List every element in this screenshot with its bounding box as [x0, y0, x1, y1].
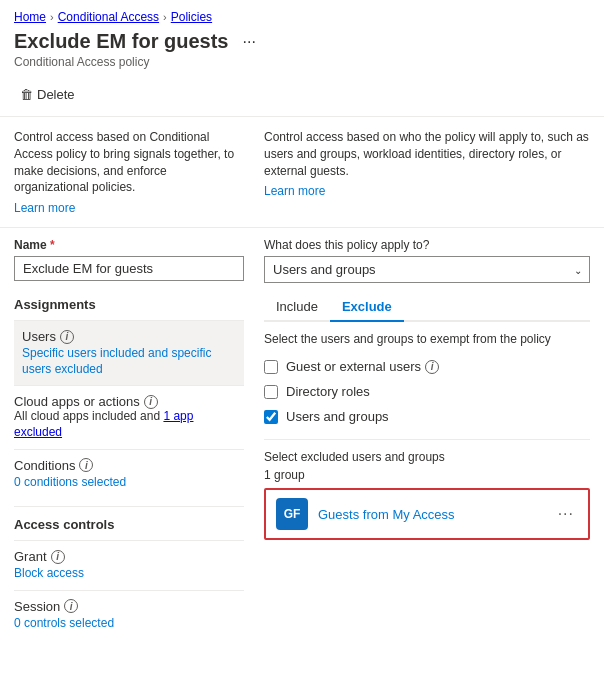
- toolbar: 🗑 Delete: [0, 77, 604, 117]
- exempt-label: Select the users and groups to exempt fr…: [264, 332, 590, 346]
- group-name-highlight: My: [392, 507, 409, 522]
- select-excluded-label: Select excluded users and groups: [264, 450, 590, 464]
- checkbox-users-groups: Users and groups: [264, 404, 590, 429]
- page-title-row: Exclude EM for guests ···: [0, 30, 604, 55]
- guest-external-checkbox[interactable]: [264, 360, 278, 374]
- grant-info-icon[interactable]: i: [51, 550, 65, 564]
- users-value: Specific users included and specific use…: [22, 346, 236, 377]
- grant-assignment-item[interactable]: Grant i Block access: [14, 540, 244, 590]
- group-name-prefix: Guests from: [318, 507, 392, 522]
- directory-roles-label: Directory roles: [286, 384, 370, 399]
- breadcrumb-conditional-access[interactable]: Conditional Access: [58, 10, 159, 24]
- breadcrumb-sep-1: ›: [50, 11, 54, 23]
- delete-button[interactable]: 🗑 Delete: [14, 83, 81, 106]
- assignments-divider: [14, 506, 244, 507]
- description-row: Control access based on Conditional Acce…: [0, 117, 604, 228]
- users-assignment-item[interactable]: Users i Specific users included and spec…: [14, 320, 244, 385]
- conditions-value: 0 conditions selected: [14, 475, 244, 491]
- cloud-apps-assignment-item[interactable]: Cloud apps or actions i All cloud apps i…: [14, 385, 244, 448]
- group-item[interactable]: GF Guests from My Access ···: [264, 488, 590, 540]
- cloud-apps-value: All cloud apps included and 1 app exclud…: [14, 409, 244, 440]
- group-avatar: GF: [276, 498, 308, 530]
- session-value: 0 controls selected: [14, 616, 244, 632]
- right-panel: What does this policy apply to? Users an…: [264, 228, 590, 639]
- applies-to-dropdown-wrapper: Users and groups Workload identities ⌄: [264, 256, 590, 283]
- users-label: Users i: [22, 329, 236, 344]
- cloud-apps-value-normal: All cloud apps included and: [14, 409, 163, 423]
- users-groups-label: Users and groups: [286, 409, 389, 424]
- guest-external-info-icon[interactable]: i: [425, 360, 439, 374]
- cloud-apps-info-icon[interactable]: i: [144, 395, 158, 409]
- conditions-label: Conditions i: [14, 458, 244, 473]
- page-more-button[interactable]: ···: [237, 31, 262, 53]
- right-description: Control access based on who the policy w…: [264, 129, 590, 215]
- page-subtitle: Conditional Access policy: [0, 55, 604, 77]
- tab-exclude[interactable]: Exclude: [330, 293, 404, 322]
- breadcrumb-policies[interactable]: Policies: [171, 10, 212, 24]
- breadcrumb: Home › Conditional Access › Policies: [0, 0, 604, 30]
- grant-label: Grant i: [14, 549, 244, 564]
- conditions-info-icon[interactable]: i: [79, 458, 93, 472]
- grant-value: Block access: [14, 566, 244, 582]
- right-desc-text: Control access based on who the policy w…: [264, 129, 590, 179]
- tab-include[interactable]: Include: [264, 293, 330, 322]
- name-input[interactable]: [14, 256, 244, 281]
- delete-icon: 🗑: [20, 87, 33, 102]
- checkbox-divider: [264, 439, 590, 440]
- session-label: Session i: [14, 599, 244, 614]
- assignments-title: Assignments: [14, 295, 244, 312]
- required-marker: *: [50, 238, 55, 252]
- session-assignment-item[interactable]: Session i 0 controls selected: [14, 590, 244, 640]
- checkbox-guest-external: Guest or external users i: [264, 354, 590, 379]
- directory-roles-checkbox[interactable]: [264, 385, 278, 399]
- access-controls-title: Access controls: [14, 515, 244, 532]
- applies-to-dropdown[interactable]: Users and groups Workload identities: [264, 256, 590, 283]
- left-description: Control access based on Conditional Acce…: [14, 129, 244, 215]
- left-desc-text: Control access based on Conditional Acce…: [14, 129, 244, 196]
- users-info-icon[interactable]: i: [60, 330, 74, 344]
- tabs-container: Include Exclude: [264, 293, 590, 322]
- breadcrumb-sep-2: ›: [163, 11, 167, 23]
- main-two-col: Name * Assignments Users i Specific user…: [0, 228, 604, 639]
- page-title: Exclude EM for guests: [14, 30, 229, 53]
- session-info-icon[interactable]: i: [64, 599, 78, 613]
- applies-to-label: What does this policy apply to?: [264, 238, 590, 252]
- conditions-assignment-item[interactable]: Conditions i 0 conditions selected: [14, 449, 244, 499]
- group-more-button[interactable]: ···: [554, 503, 578, 525]
- delete-label: Delete: [37, 87, 75, 102]
- group-name: Guests from My Access: [318, 507, 544, 522]
- left-panel: Name * Assignments Users i Specific user…: [14, 228, 244, 639]
- users-groups-checkbox[interactable]: [264, 410, 278, 424]
- checkbox-directory-roles: Directory roles: [264, 379, 590, 404]
- cloud-apps-label: Cloud apps or actions i: [14, 394, 244, 409]
- left-learn-more-link[interactable]: Learn more: [14, 201, 75, 215]
- breadcrumb-home[interactable]: Home: [14, 10, 46, 24]
- right-learn-more-link[interactable]: Learn more: [264, 184, 325, 198]
- group-name-suffix: Access: [410, 507, 455, 522]
- group-count: 1 group: [264, 468, 590, 482]
- guest-external-label: Guest or external users i: [286, 359, 439, 374]
- name-field-label: Name *: [14, 238, 244, 252]
